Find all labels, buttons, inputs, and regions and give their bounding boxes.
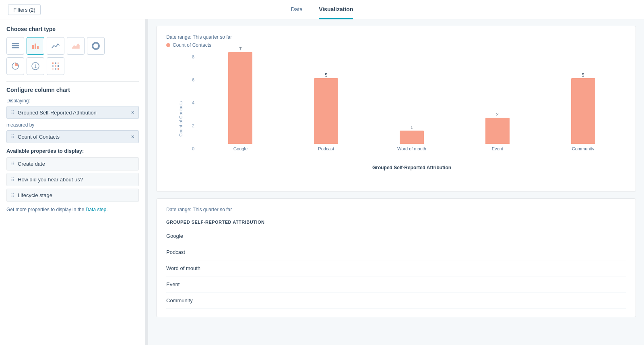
bar-label: Google [233,146,248,151]
bar[interactable] [485,118,510,144]
table-row[interactable]: Event [166,276,626,293]
chart-type-pie[interactable] [6,57,24,75]
bar-value: 1 [411,125,413,130]
svg-text:1: 1 [34,64,37,69]
chart-type-area[interactable] [67,37,85,55]
drag-icon-create-date: ⠿ [11,161,14,167]
chart-type-line[interactable] [47,37,64,55]
svg-rect-3 [32,45,34,49]
table-cell: Event [166,276,626,293]
prop-create-date-label: Create date [18,161,45,167]
svg-rect-12 [58,62,59,64]
bar-value: 2 [496,112,499,117]
bar-group[interactable]: 5 Podcast [283,73,369,151]
bar-group[interactable]: 1 Word of mouth [369,125,455,151]
svg-rect-15 [58,65,59,67]
divider-1 [6,81,139,82]
table-date-range: Date range: This quarter so far [166,207,626,212]
legend-dot [166,43,170,47]
chart-type-grid-row1 [6,37,139,55]
data-step-link[interactable]: Data step. [86,207,108,212]
displaying-label: Displaying: [6,98,139,104]
table-row[interactable]: Community [166,293,626,309]
table-row[interactable]: Word of mouth [166,260,626,276]
svg-rect-1 [12,45,19,46]
measured-by-tag-label: Count of Contacts [18,134,131,140]
bar[interactable] [228,52,252,144]
svg-rect-10 [52,62,54,64]
svg-point-6 [93,43,99,49]
svg-rect-18 [58,68,59,70]
prop-how-did-you-hear-label: How did you hear about us? [18,177,83,183]
prop-lifecycle-stage-label: Lifecycle stage [18,192,52,198]
data-table: GROUPED SELF-REPORTED ATTRIBUTION Google… [166,216,626,309]
bar-value: 5 [325,73,327,77]
bars-container: 7 Google 5 Podcast 1 Word of mouth 2 Eve… [198,54,626,151]
chart-date-range: Date range: This quarter so far [166,34,626,40]
prop-create-date[interactable]: ⠿ Create date [6,157,139,170]
svg-rect-2 [12,47,19,48]
svg-rect-0 [12,43,19,44]
displaying-tag-label: Grouped Self-Reported Attribution [18,110,131,116]
top-bar: Filters (2) Data Visualization [0,0,644,19]
measured-by-label: measured by [6,122,139,128]
drag-icon-lifecycle-stage: ⠿ [11,193,14,198]
bar[interactable] [571,78,595,144]
svg-rect-16 [52,68,54,70]
top-bar-tabs: Data Visualization [291,0,353,19]
bar-label: Word of mouth [397,146,426,151]
bar-value: 7 [239,46,242,51]
table-cell: Google [166,228,626,244]
table-header: GROUPED SELF-REPORTED ATTRIBUTION [166,216,626,228]
table-row[interactable]: Podcast [166,244,626,260]
svg-rect-5 [37,46,39,49]
svg-rect-11 [55,62,56,64]
svg-rect-14 [55,65,56,67]
svg-rect-17 [55,68,56,70]
table-cell: Word of mouth [166,260,626,276]
main-layout: Choose chart type [0,19,644,345]
svg-rect-13 [52,65,54,67]
drag-icon-how-did-you-hear: ⠿ [11,177,14,183]
main-content: Date range: This quarter so far Count of… [148,19,644,345]
y-axis-label: Count of Contacts [178,101,183,137]
chart-panel: Date range: This quarter so far Count of… [156,26,636,192]
prop-how-did-you-hear[interactable]: ⠿ How did you hear about us? [6,173,139,186]
prop-lifecycle-stage[interactable]: ⠿ Lifecycle stage [6,189,139,202]
chart-inner: 0 2 4 6 8 7 Google 5 Podcast 1 Word of m… [186,54,626,163]
tab-data[interactable]: Data [291,0,303,19]
bar-value: 5 [582,73,584,77]
bar-label: Community [572,146,594,151]
chart-type-table[interactable] [6,37,24,55]
chart-area: Count of Contacts 0 2 4 6 8 7 Google 5 [166,54,626,183]
table-cell: Community [166,293,626,309]
footer-text: Get more properties to display in the Da… [6,207,139,212]
bar-group[interactable]: 2 Event [454,112,540,151]
bar-label: Event [492,146,503,151]
x-axis-title: Grouped Self-Reported Attribution [198,165,626,170]
bar[interactable] [314,78,338,144]
chart-type-heatmap[interactable] [47,57,64,75]
configure-title: Configure column chart [6,87,139,93]
measured-by-close-icon[interactable]: × [131,133,134,140]
measured-by-tag: ⠿ Count of Contacts × [6,130,139,143]
tab-visualization[interactable]: Visualization [319,0,353,19]
displaying-tag: ⠿ Grouped Self-Reported Attribution × [6,106,139,119]
chart-type-donut[interactable] [87,37,105,55]
sidebar: Choose chart type [0,19,146,345]
bar-label: Podcast [318,146,334,151]
table-cell: Podcast [166,244,626,260]
filters-button[interactable]: Filters (2) [8,4,41,15]
bar-group[interactable]: 7 Google [198,46,283,151]
bar[interactable] [400,131,424,144]
table-panel: Date range: This quarter so far GROUPED … [156,198,636,317]
displaying-close-icon[interactable]: × [131,109,134,116]
available-properties-title: Available properties to display: [6,148,139,154]
choose-chart-type-title: Choose chart type [6,26,139,32]
chart-type-grid-row2: 1 [6,57,139,75]
chart-type-column[interactable] [27,37,44,55]
chart-type-number[interactable]: 1 [27,57,44,75]
table-row[interactable]: Google [166,228,626,244]
bar-group[interactable]: 5 Community [540,73,626,151]
drag-handle-measured: ⠿ [11,134,14,139]
